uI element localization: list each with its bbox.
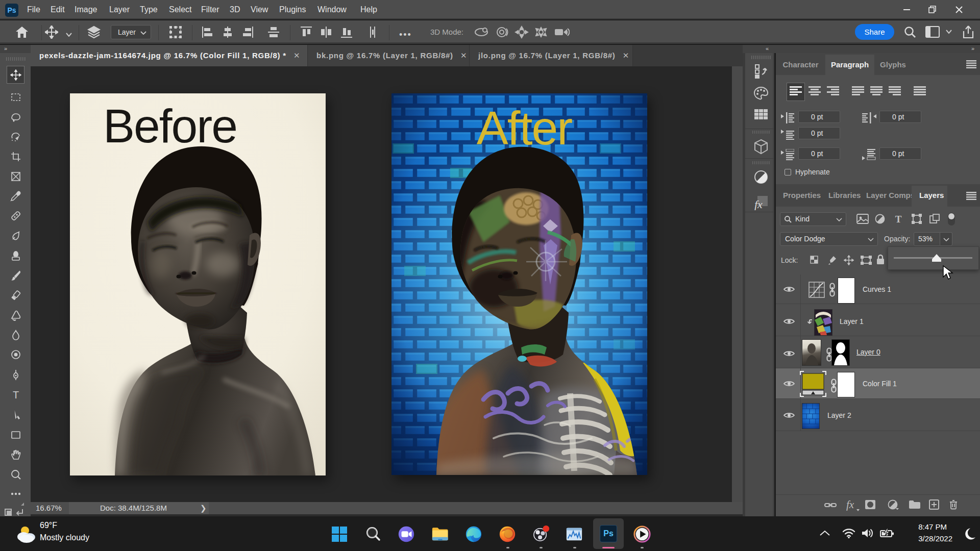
svg-text:fx: fx <box>754 198 763 210</box>
svg-text:fx: fx <box>846 499 854 511</box>
svg-text:T: T <box>895 214 902 224</box>
svg-text:Before: Before <box>103 99 237 153</box>
svg-text:After: After <box>477 102 572 155</box>
svg-text:T: T <box>12 389 18 400</box>
